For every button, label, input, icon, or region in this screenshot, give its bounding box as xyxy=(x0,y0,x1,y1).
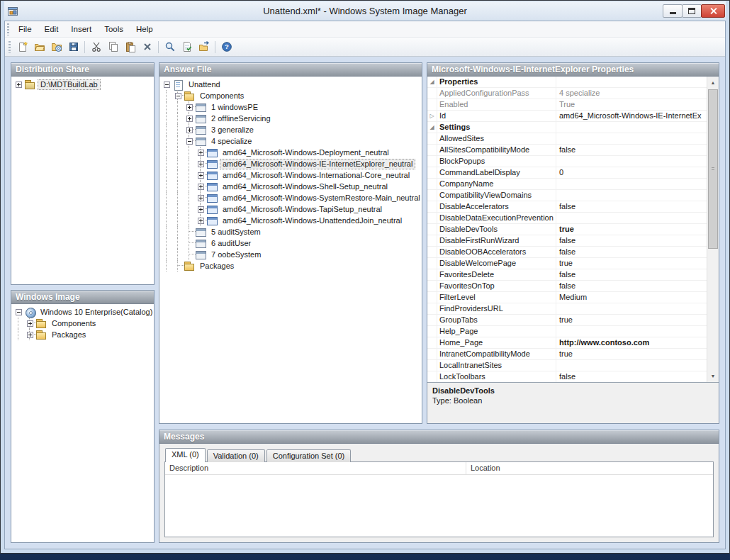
property-value[interactable]: false xyxy=(556,269,707,280)
property-name[interactable]: CommandLabelDisplay xyxy=(437,167,556,178)
property-name[interactable]: AppliedConfigurationPass xyxy=(437,88,556,99)
property-value[interactable]: false xyxy=(556,201,707,212)
collapse-icon[interactable] xyxy=(175,93,181,99)
property-value[interactable] xyxy=(556,190,707,201)
tree-label-amd64-microsoft-windows-deployment-neutral[interactable]: amd64_Microsoft-Windows-Deployment_neutr… xyxy=(220,147,392,158)
expand-icon[interactable] xyxy=(198,218,204,224)
tab-xml-0[interactable]: XML (0) xyxy=(165,448,206,462)
collapse-icon[interactable] xyxy=(164,82,170,88)
tree-label-amd64-microsoft-windows-ie-internetexplorer-neutral[interactable]: amd64_Microsoft-Windows-IE-InternetExplo… xyxy=(220,159,415,169)
help-button[interactable]: ? xyxy=(218,39,235,55)
property-name[interactable]: DisableWelcomePage xyxy=(437,258,556,269)
collapse-section-icon[interactable]: ◢ xyxy=(427,122,437,133)
validate-answer-file-button[interactable] xyxy=(179,39,195,55)
cut-button[interactable] xyxy=(88,39,104,55)
expand-icon[interactable] xyxy=(186,116,193,122)
property-value[interactable]: True xyxy=(556,99,707,110)
property-value[interactable]: false xyxy=(556,145,707,155)
tree-label-amd64-microsoft-windows-systemrestore-main-neutral[interactable]: amd64_Microsoft-Windows-SystemRestore-Ma… xyxy=(220,193,422,203)
tree-label-components[interactable]: Components xyxy=(49,318,99,329)
property-name[interactable]: DisableDevTools xyxy=(437,224,556,235)
tree-label-2-offlineservicing[interactable]: 2 offlineServicing xyxy=(208,113,274,124)
property-name[interactable]: AllSitesCompatibilityMode xyxy=(437,145,556,155)
property-value[interactable] xyxy=(556,326,707,337)
property-name[interactable]: DisableAccelerators xyxy=(437,201,556,212)
properties-scrollbar[interactable]: ▲ ▼ xyxy=(707,77,719,382)
property-value[interactable]: true xyxy=(556,349,707,359)
property-value[interactable] xyxy=(556,179,707,189)
property-value[interactable] xyxy=(556,360,707,371)
property-name[interactable]: DisableDataExecutionPrevention xyxy=(437,213,556,223)
new-answer-file-button[interactable] xyxy=(14,39,30,55)
property-value[interactable]: amd64_Microsoft-Windows-IE-InternetEx xyxy=(556,111,707,121)
find-button[interactable] xyxy=(162,39,178,55)
tab-configuration-set-0[interactable]: Configuration Set (0) xyxy=(266,449,352,462)
property-value[interactable]: false xyxy=(556,247,707,257)
menu-insert[interactable]: Insert xyxy=(64,23,98,35)
tree-label-1-windowspe[interactable]: 1 windowsPE xyxy=(208,102,261,113)
property-name[interactable]: Id xyxy=(437,111,556,121)
property-name[interactable]: DisableFirstRunWizard xyxy=(437,235,556,246)
expand-icon[interactable] xyxy=(198,195,204,201)
property-name[interactable]: LockToolbars xyxy=(437,371,556,382)
expand-icon[interactable] xyxy=(198,161,204,167)
expand-row-icon[interactable]: ▷ xyxy=(427,111,437,121)
tree-label-windows-10-enterprise-catalog[interactable]: Windows 10 Enterprise(Catalog) xyxy=(38,307,154,318)
property-value[interactable] xyxy=(556,133,707,144)
property-name[interactable]: FindProvidersURL xyxy=(437,303,556,314)
collapse-icon[interactable] xyxy=(16,309,22,315)
close-button[interactable] xyxy=(701,4,725,18)
tree-label-amd64-microsoft-windows-international-core-neutral[interactable]: amd64_Microsoft-Windows-International-Co… xyxy=(220,170,412,181)
tab-validation-0[interactable]: Validation (0) xyxy=(207,449,265,462)
scroll-down-icon[interactable]: ▼ xyxy=(707,370,719,382)
copy-button[interactable] xyxy=(105,39,121,55)
tree-label-amd64-microsoft-windows-tapisetup-neutral[interactable]: amd64_Microsoft-Windows-TapiSetup_neutra… xyxy=(220,204,385,215)
property-name[interactable]: GroupTabs xyxy=(437,315,556,325)
expand-icon[interactable] xyxy=(198,206,204,213)
toolbar-grip[interactable] xyxy=(9,41,11,53)
collapse-section-icon[interactable]: ◢ xyxy=(427,77,437,87)
expand-icon[interactable] xyxy=(16,82,22,88)
tree-label-5-auditsystem[interactable]: 5 auditSystem xyxy=(208,227,264,237)
tree-label-unattend[interactable]: Unattend xyxy=(186,79,223,90)
property-value[interactable]: false xyxy=(556,371,707,382)
property-value[interactable] xyxy=(556,156,707,167)
property-value[interactable] xyxy=(556,213,707,223)
property-value[interactable]: Medium xyxy=(556,292,707,303)
tree-label-amd64-microsoft-windows-shell-setup-neutral[interactable]: amd64_Microsoft-Windows-Shell-Setup_neut… xyxy=(220,181,391,192)
tree-label-amd64-microsoft-windows-unattendedjoin-neutral[interactable]: amd64_Microsoft-Windows-UnattendedJoin_n… xyxy=(220,215,405,226)
expand-icon[interactable] xyxy=(198,150,204,156)
property-name[interactable]: CompanyName xyxy=(437,179,556,189)
property-name[interactable]: Home_Page xyxy=(437,337,556,348)
expand-icon[interactable] xyxy=(27,320,33,327)
column-header-location[interactable]: Location xyxy=(466,462,713,474)
create-configuration-set-button[interactable] xyxy=(196,39,212,55)
expand-icon[interactable] xyxy=(186,104,193,111)
property-value[interactable]: true xyxy=(556,258,707,269)
expand-icon[interactable] xyxy=(186,127,193,133)
tree-label-packages[interactable]: Packages xyxy=(49,330,89,340)
property-value[interactable]: true xyxy=(556,224,707,235)
menu-help[interactable]: Help xyxy=(130,23,159,35)
expand-icon[interactable] xyxy=(198,184,204,190)
menubar-grip[interactable] xyxy=(7,23,9,35)
messages-list-rows[interactable] xyxy=(165,475,713,537)
expand-icon[interactable] xyxy=(198,172,204,179)
tree-label-packages[interactable]: Packages xyxy=(197,261,237,271)
save-answer-file-button[interactable] xyxy=(65,39,82,55)
menu-tools[interactable]: Tools xyxy=(98,23,130,35)
open-windows-image-button[interactable] xyxy=(48,39,64,55)
property-name[interactable]: AllowedSites xyxy=(437,133,556,144)
property-value[interactable]: http://www.contoso.com xyxy=(556,337,707,348)
app-icon[interactable] xyxy=(7,6,18,17)
open-answer-file-button[interactable] xyxy=(31,39,47,55)
tree-label-4-specialize[interactable]: 4 specialize xyxy=(208,136,254,147)
collapse-icon[interactable] xyxy=(186,138,193,145)
property-name[interactable]: Help_Page xyxy=(437,326,556,337)
tree-label-d-mdtbuildlab[interactable]: D:\MDTBuildLab xyxy=(38,79,101,90)
property-name[interactable]: FavoritesOnTop xyxy=(437,281,556,291)
maximize-button[interactable] xyxy=(682,4,702,18)
paste-button[interactable] xyxy=(122,39,138,55)
property-value[interactable]: true xyxy=(556,315,707,325)
menu-edit[interactable]: Edit xyxy=(38,23,65,35)
